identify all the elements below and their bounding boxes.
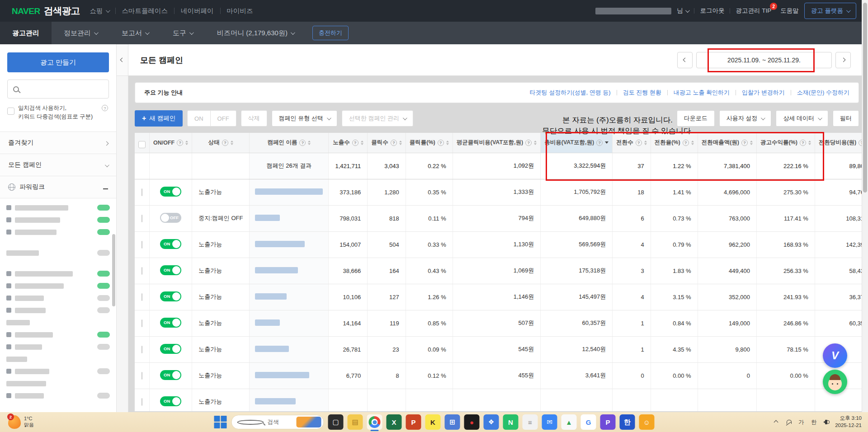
top-nav-item[interactable]: 마이비즈 — [227, 7, 253, 15]
sort-icon[interactable] — [399, 141, 402, 145]
recorder-icon[interactable]: ● — [464, 414, 480, 430]
ad-platform-button[interactable]: 광고 플랫폼 — [804, 3, 856, 19]
help-icon[interactable]: ? — [636, 140, 642, 146]
table-header-클릭수[interactable]: 클릭수? — [368, 133, 406, 153]
page-scrollbar-thumb[interactable] — [863, 3, 867, 193]
file-explorer-icon[interactable]: ▤ — [348, 414, 363, 430]
chrome-icon[interactable] — [367, 414, 382, 430]
campaign-list-item[interactable] — [6, 270, 110, 278]
campaign-name-blur[interactable] — [255, 241, 305, 247]
select-all-checkbox[interactable] — [138, 141, 146, 148]
campaign-list-item[interactable] — [6, 367, 110, 376]
taskbar-clock[interactable]: 오후 3:102025-12-21 — [835, 415, 862, 429]
row-checkbox[interactable] — [142, 267, 142, 275]
help-icon[interactable]: ? — [391, 140, 397, 146]
onoff-toggle[interactable]: ON — [160, 265, 181, 275]
help-icon[interactable]: ? — [800, 140, 806, 146]
customer-support-float-button[interactable] — [823, 370, 847, 394]
menu-tab-정보관리[interactable]: 정보관리 — [52, 22, 109, 44]
ad-tip-link[interactable]: 광고관리 TIP 2 — [736, 7, 771, 15]
table-header-평균클릭비용(VAT포함,원)[interactable]: 평균클릭비용(VAT포함,원)? — [453, 133, 540, 153]
sort-icon[interactable] — [446, 141, 449, 145]
onoff-toggle[interactable]: ON — [160, 318, 181, 328]
campaign-list-item[interactable] — [6, 343, 110, 351]
table-header-광고수익률(%)[interactable]: 광고수익률(%)? — [756, 133, 815, 153]
sort-icon[interactable] — [691, 141, 694, 145]
sort-icon[interactable] — [308, 141, 311, 145]
campaign-name-blur[interactable] — [255, 267, 298, 273]
onoff-toggle[interactable]: ON — [160, 370, 181, 380]
campaign-name-blur[interactable] — [255, 293, 287, 300]
logout-link[interactable]: 로그아웃 — [700, 7, 724, 15]
campaign-list-item[interactable] — [6, 380, 110, 388]
help-icon[interactable]: ? — [438, 140, 444, 146]
table-header-총비용(VAT포함,원)[interactable]: 총비용(VAT포함,원)? — [541, 133, 613, 153]
excel-icon[interactable]: X — [387, 414, 402, 430]
notifications-off-icon[interactable] — [784, 419, 793, 425]
volume-icon[interactable] — [822, 419, 830, 425]
row-checkbox[interactable] — [142, 215, 142, 222]
onoff-toggle[interactable]: ON — [160, 239, 181, 249]
page-scrollbar[interactable] — [862, 0, 868, 412]
campaign-list-item[interactable] — [6, 392, 110, 400]
campaign-name-blur[interactable] — [255, 346, 289, 352]
campaign-name-blur[interactable] — [255, 372, 309, 378]
onoff-toggle[interactable]: ON — [160, 344, 181, 354]
v-assistant-float-button[interactable]: V — [823, 343, 847, 368]
help-icon[interactable]: ? — [352, 140, 359, 146]
date-next-button[interactable] — [835, 52, 851, 68]
sidebar-section-즐겨찾기[interactable]: 즐겨찾기 — [0, 132, 116, 154]
new-campaign-button[interactable]: +새 캠페인 — [135, 110, 183, 127]
sort-icon[interactable] — [231, 141, 233, 145]
google-app-icon[interactable]: G — [581, 414, 596, 430]
calculator-icon[interactable]: ⊞ — [445, 414, 460, 430]
menu-tab-광고관리[interactable]: 광고관리 — [0, 22, 52, 44]
emoji-app-icon[interactable]: ☺ — [639, 414, 655, 430]
charge-button[interactable]: 충전하기 — [312, 26, 349, 40]
ime-han-indicator[interactable]: 한 — [810, 418, 818, 426]
delete-button[interactable]: 삭제 — [241, 110, 267, 127]
menu-tab-도구[interactable]: 도구 — [160, 22, 205, 44]
sort-icon[interactable] — [644, 141, 647, 145]
help-icon[interactable]: ? — [683, 140, 689, 146]
sidebar-section-모든 캠페인[interactable]: 모든 캠페인 — [0, 154, 116, 176]
user-menu[interactable]: 님 — [677, 7, 689, 15]
photos-icon[interactable]: ❖ — [484, 414, 499, 430]
table-header-checkbox[interactable] — [135, 133, 150, 153]
messenger-icon[interactable]: ✉ — [542, 414, 557, 430]
campaign-list-item[interactable] — [6, 216, 110, 224]
sort-icon[interactable] — [534, 141, 537, 145]
user-settings-select[interactable]: 사용자 설정 — [719, 110, 772, 127]
off-button[interactable]: OFF — [211, 110, 236, 127]
table-header-클릭률(%)[interactable]: 클릭률(%)? — [406, 133, 453, 153]
brand[interactable]: NAVER 검색광고 — [12, 5, 80, 17]
top-nav-item[interactable]: 네이버페이 — [181, 7, 214, 15]
row-checkbox[interactable] — [142, 372, 142, 380]
ime-ga-indicator[interactable]: 가 — [797, 418, 805, 426]
campaign-list-item[interactable] — [6, 319, 110, 327]
campaign-list-item[interactable] — [6, 306, 110, 315]
notice-link[interactable]: 내광고 노출 확인하기 — [674, 89, 730, 97]
notice-link[interactable]: 소재(문안) 수정하기 — [797, 89, 849, 97]
on-button[interactable]: ON — [187, 110, 211, 127]
manage-selected-select[interactable]: 선택한 캠페인 관리 — [342, 110, 413, 127]
hidden-icons-chevron[interactable] — [772, 421, 780, 424]
date-prev-button[interactable] — [677, 52, 693, 68]
powerpoint-icon[interactable]: P — [406, 414, 421, 430]
help-icon[interactable]: ? — [596, 140, 603, 146]
campaign-name-blur[interactable] — [255, 398, 296, 404]
table-header-전환율(%)[interactable]: 전환율(%)? — [651, 133, 698, 153]
help-icon[interactable]: ? — [222, 140, 228, 146]
row-checkbox[interactable] — [142, 319, 142, 327]
drive-icon[interactable]: ▲ — [561, 414, 577, 430]
notice-link[interactable]: 입찰가 변경하기 — [742, 89, 785, 97]
help-icon[interactable]: ? — [299, 140, 306, 146]
sort-icon[interactable] — [361, 141, 363, 145]
sort-icon[interactable] — [808, 141, 811, 145]
collapse-sidebar-button[interactable] — [117, 44, 128, 76]
help-icon[interactable]: ? — [525, 140, 532, 146]
campaign-list-item[interactable] — [6, 228, 110, 236]
window-app-icon[interactable]: ▢ — [328, 414, 344, 430]
campaign-list-item[interactable] — [6, 331, 110, 339]
weather-widget[interactable]: 2 1°C맑음 — [8, 415, 34, 429]
